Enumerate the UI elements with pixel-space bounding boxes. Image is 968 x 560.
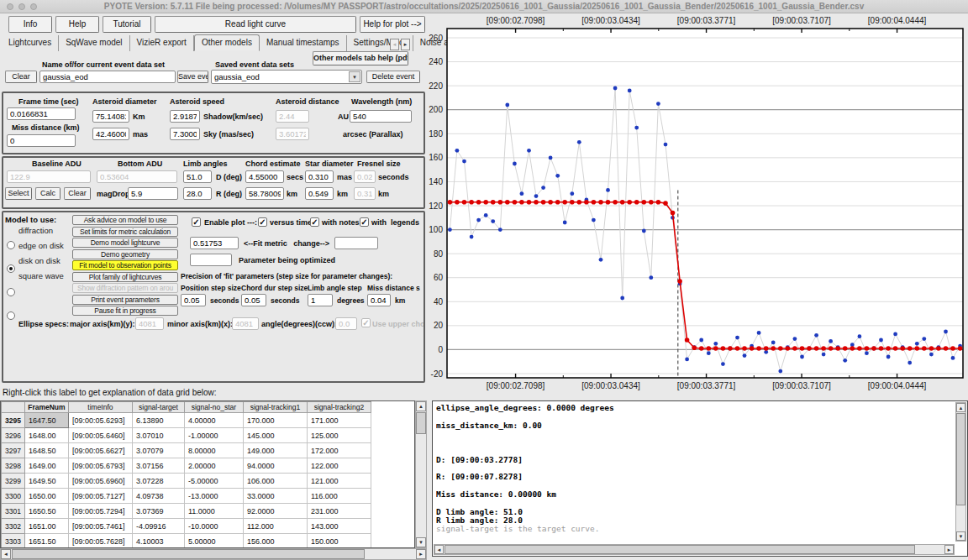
model-button-demo-lc[interactable]: Demo model lightcurve [72,238,178,248]
grid-cell[interactable]: 106.000 [243,474,307,489]
tab-vizier-export[interactable]: VizieR export [130,35,194,51]
grid-col-timeinfo[interactable]: timeInfo [68,402,132,413]
dataset-clear-button[interactable]: Clear [5,71,37,83]
grid-cell[interactable]: 3.07369 [132,504,184,519]
grid-cell[interactable]: 171.000 [307,413,371,428]
grid-cell[interactable]: 156.000 [243,534,307,549]
grid-scroll-left-icon[interactable]: ◄ [1,549,11,559]
grid-cell[interactable]: 11.0000 [184,504,243,519]
grid-vscroll-thumb[interactable] [416,412,426,434]
enable-plot-checkbox[interactable]: ✓ [192,217,201,227]
grid-cell[interactable]: [09:00:05.6293] [68,413,132,428]
grid-hscrollbar[interactable]: ◄ ► [0,548,427,560]
model-radio-edge-on-disk[interactable] [7,264,15,273]
grid-cell[interactable]: 1649.00 [24,458,68,474]
dataset-name-input[interactable] [39,71,176,83]
console-vscrollbar[interactable]: ▲ ▼ [955,402,966,542]
grid-explanation-note[interactable]: Right-click this label to get explanatio… [3,388,217,397]
tab-scroll-left-icon[interactable]: ◄ [390,39,399,50]
grid-col-signal-tracking1[interactable]: signal-tracking1 [243,402,307,413]
grid-cell[interactable]: 170.000 [243,413,307,428]
grid-vscrollbar[interactable]: ▲ ▼ [415,400,427,548]
limb-d-input[interactable] [183,170,212,183]
model-radio-disk-on-disk[interactable] [7,288,15,296]
grid-cell[interactable]: 150.000 [307,534,371,549]
grid-cell[interactable]: [09:00:05.7294] [68,504,132,519]
model-radio-square-wave[interactable] [7,311,15,320]
grid-cell[interactable]: 1650.00 [24,489,68,504]
miss-step-input[interactable] [367,294,391,306]
tab-sqwave-model[interactable]: SqWave model [59,35,129,51]
grid-cell[interactable]: 8.00000 [184,443,243,458]
console-scroll-down-icon[interactable]: ▼ [956,531,965,541]
model-button-demo-geom[interactable]: Demo geometry [72,249,178,259]
grid-col-framenum[interactable]: FrameNum [24,402,68,413]
model-button-pause[interactable]: Pause fit in progress [72,306,178,316]
with-notes-checkbox[interactable]: ✓ [310,217,319,227]
grid-cell[interactable]: 145.000 [243,428,307,443]
grid-cell[interactable]: 4.09738 [132,489,184,504]
select-button[interactable]: Select [5,187,32,200]
grid-cell[interactable]: 3.07010 [132,428,184,443]
grid-cell[interactable]: 94.0000 [243,458,307,474]
tab-lightcurves[interactable]: Lightcurves [2,35,59,51]
limb-step-input[interactable] [308,294,333,306]
grid-cell[interactable]: 1648.50 [24,443,68,458]
wavelength-input[interactable] [350,110,412,123]
tab-manual-timestamps[interactable]: Manual timestamps [260,35,347,51]
grid-cell[interactable]: -1.00000 [184,428,243,443]
grid-cell[interactable]: [09:00:05.6460] [68,428,132,443]
grid-row-header[interactable]: 3301 [2,504,25,519]
grid-cell[interactable]: 122.000 [307,458,371,474]
grid-cell[interactable]: 4.00000 [184,413,243,428]
model-radio-diffraction[interactable] [7,241,15,249]
grid-cell[interactable]: 172.000 [307,443,371,458]
grid-cell[interactable]: 1651.50 [24,534,68,549]
combo-dropdown-icon[interactable]: ▼ [349,71,360,82]
miss-distance-input[interactable] [7,134,76,147]
grid-cell[interactable]: 125.000 [307,428,371,443]
tutorial-button[interactable]: Tutorial [103,16,151,33]
read-light-curve-button[interactable]: Read light curve [155,16,356,33]
grid-cell[interactable]: [09:00:05.7461] [68,519,132,534]
grid-cell[interactable]: 231.000 [307,504,371,519]
grid-hscroll-thumb[interactable] [12,549,365,559]
grid-cell[interactable]: 3.07079 [132,443,184,458]
grid-row-header[interactable]: 3302 [2,519,25,534]
position-step-input[interactable] [181,294,206,306]
model-button-print[interactable]: Print event parameters [72,295,178,305]
console-scroll-left-icon[interactable]: ◄ [434,545,444,554]
grid-cell[interactable]: 2.00000 [184,458,243,474]
grid-cell[interactable]: -10.0000 [184,519,243,534]
grid-cell[interactable]: 1649.50 [24,474,68,489]
console-scroll-right-icon[interactable]: ► [944,545,954,554]
model-button-fit[interactable]: Fit model to observation points [72,260,178,270]
grid-col-signal-tracking2[interactable]: signal-tracking2 [307,402,371,413]
info-button[interactable]: Info [8,16,52,33]
grid-col-signal-no-star[interactable]: signal-no_star [184,402,243,413]
grid-cell[interactable]: -4.09916 [132,519,184,534]
with-legends-checkbox[interactable]: ✓ [360,217,369,227]
grid-row-header[interactable]: 3295 [2,413,25,428]
model-button-family[interactable]: Plot family of lightcurves [72,272,178,282]
grid-cell[interactable]: 6.13890 [132,413,184,428]
grid-scroll-right-icon[interactable]: ► [416,549,426,559]
grid-cell[interactable]: 1651.00 [24,519,68,534]
grid-row-header[interactable]: 3296 [2,428,25,443]
other-models-tab-help-button[interactable]: Other models tab help (pdf) [313,51,408,65]
grid-cell[interactable]: [09:00:05.6793] [68,458,132,474]
chord-step-input[interactable] [241,294,266,306]
model-button-limits[interactable]: Set limits for metric calculation [72,227,178,237]
delete-event-button[interactable]: Delete event [366,71,420,83]
grid-cell[interactable]: 92.0000 [243,504,307,519]
grid-cell[interactable]: [09:00:05.7628] [68,534,132,549]
help-for-plot-button[interactable]: Help for plot --> [360,16,425,33]
grid-row-header[interactable]: 3298 [2,458,25,474]
save-event-button[interactable]: Save event [177,71,208,83]
star-mas-input[interactable] [305,170,334,183]
grid-cell[interactable]: 149.000 [243,443,307,458]
grid-cell[interactable]: 1650.50 [24,504,68,519]
magdrop-input[interactable] [128,187,178,200]
grid-cell[interactable]: 5.00000 [184,534,243,549]
grid-row-header[interactable]: 3300 [2,489,25,504]
